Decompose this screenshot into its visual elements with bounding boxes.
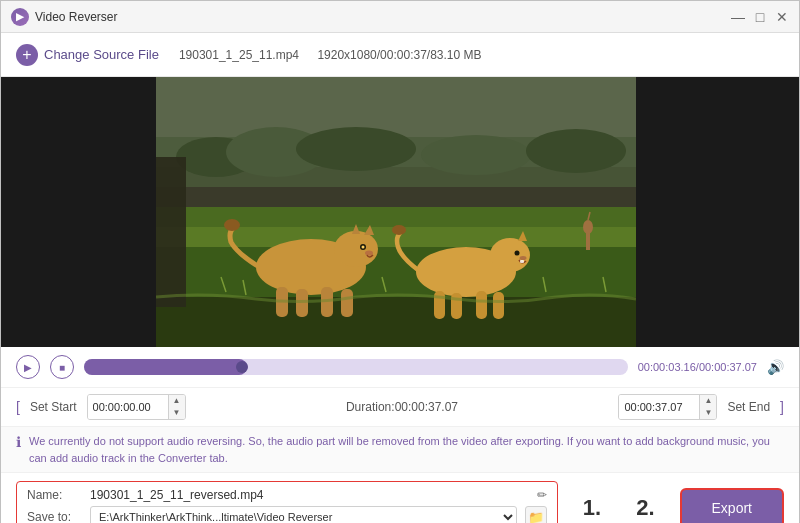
svg-point-7: [526, 129, 626, 173]
name-label: Name:: [27, 488, 82, 502]
end-time-spinners: ▲ ▼: [699, 395, 716, 419]
svg-point-14: [334, 231, 378, 267]
output-fields: Name: 190301_1_25_11_reversed.mp4 ✏ Save…: [16, 481, 558, 523]
toolbar: + Change Source File 190301_1_25_11.mp4 …: [1, 33, 799, 77]
file-info: 190301_1_25_11.mp4 1920x1080/00:00:37/83…: [179, 48, 497, 62]
end-time-input[interactable]: [619, 395, 699, 419]
start-time-input[interactable]: [88, 395, 168, 419]
controls-section: ▶ ■ 00:00:03.16/00:00:37.07 🔊 [ Set Star…: [1, 347, 799, 523]
volume-icon[interactable]: 🔊: [767, 359, 784, 375]
app-icon: ▶: [11, 8, 29, 26]
start-time-input-group: ▲ ▼: [87, 394, 186, 420]
change-source-label: Change Source File: [44, 47, 159, 62]
video-preview: [156, 77, 636, 347]
svg-point-26: [490, 238, 530, 272]
close-button[interactable]: ✕: [775, 10, 789, 24]
start-time-spinners: ▲ ▼: [168, 395, 185, 419]
step2-label: 2.: [636, 495, 654, 521]
timeline-fill: [84, 359, 247, 375]
save-path-select[interactable]: E:\ArkThinker\ArkThink...ltimate\Video R…: [90, 506, 517, 523]
playback-row: ▶ ■ 00:00:03.16/00:00:37.07 🔊: [1, 347, 799, 388]
end-time-down[interactable]: ▼: [700, 407, 716, 419]
info-icon: ℹ: [16, 434, 21, 450]
total-time: 00:00:37.07: [699, 361, 757, 373]
end-time-input-group: ▲ ▼: [618, 394, 717, 420]
svg-point-35: [392, 225, 406, 235]
svg-point-24: [224, 219, 240, 231]
svg-rect-33: [476, 291, 487, 319]
duration-label: Duration:00:00:37.07: [196, 400, 609, 414]
change-source-button[interactable]: + Change Source File: [16, 44, 159, 66]
svg-point-29: [520, 256, 527, 260]
start-time-up[interactable]: ▲: [169, 395, 185, 407]
output-filename: 190301_1_25_11_reversed.mp4: [90, 488, 529, 502]
edit-icon[interactable]: ✏: [537, 488, 547, 502]
warning-row: ℹ We currently do not support audio reve…: [1, 427, 799, 473]
set-start-label: Set Start: [30, 400, 77, 414]
plus-icon: +: [16, 44, 38, 66]
video-frame-svg: [156, 77, 636, 347]
main-window: ▶ Video Reverser — □ ✕ + Change Source F…: [0, 0, 800, 523]
svg-point-37: [583, 220, 593, 234]
video-left-panel: [1, 77, 156, 347]
svg-point-5: [296, 127, 416, 171]
svg-point-6: [421, 135, 531, 175]
step1-label: 1.: [583, 495, 601, 521]
timeline-track[interactable]: [84, 359, 628, 375]
svg-rect-34: [493, 292, 504, 319]
output-section: Name: 190301_1_25_11_reversed.mp4 ✏ Save…: [1, 473, 799, 523]
filename: 190301_1_25_11.mp4: [179, 48, 299, 62]
set-end-label: Set End: [727, 400, 770, 414]
svg-point-19: [365, 251, 373, 256]
minimize-button[interactable]: —: [731, 10, 745, 24]
maximize-button[interactable]: □: [753, 10, 767, 24]
svg-rect-32: [451, 293, 462, 319]
title-bar: ▶ Video Reverser — □ ✕: [1, 1, 799, 33]
svg-rect-36: [586, 232, 590, 250]
name-row: Name: 190301_1_25_11_reversed.mp4 ✏: [27, 488, 547, 502]
trim-row: [ Set Start ▲ ▼ Duration:00:00:37.07 ▲ ▼…: [1, 388, 799, 427]
svg-rect-12: [156, 157, 186, 307]
save-row: Save to: E:\ArkThinker\ArkThink...ltimat…: [27, 506, 547, 523]
stop-button[interactable]: ■: [50, 355, 74, 379]
svg-point-18: [362, 246, 365, 249]
export-button[interactable]: Export: [680, 488, 784, 523]
time-display: 00:00:03.16/00:00:37.07: [638, 361, 757, 373]
svg-rect-30: [520, 260, 524, 263]
file-resolution: 1920x1080/00:00:37/83.10 MB: [317, 48, 481, 62]
svg-rect-11: [156, 297, 636, 347]
svg-rect-23: [341, 289, 353, 317]
end-time-up[interactable]: ▲: [700, 395, 716, 407]
folder-browse-button[interactable]: 📁: [525, 506, 547, 523]
timeline-thumb[interactable]: [236, 361, 248, 373]
start-time-down[interactable]: ▼: [169, 407, 185, 419]
start-bracket-icon: [: [16, 399, 20, 415]
svg-point-28: [515, 251, 520, 256]
video-container: [1, 77, 799, 347]
window-controls: — □ ✕: [731, 10, 789, 24]
window-title: Video Reverser: [35, 10, 731, 24]
play-button[interactable]: ▶: [16, 355, 40, 379]
save-label: Save to:: [27, 510, 82, 523]
current-time: 00:00:03.16: [638, 361, 696, 373]
video-right-panel: [636, 77, 799, 347]
warning-text: We currently do not support audio revers…: [29, 433, 784, 466]
end-bracket-icon: ]: [780, 399, 784, 415]
